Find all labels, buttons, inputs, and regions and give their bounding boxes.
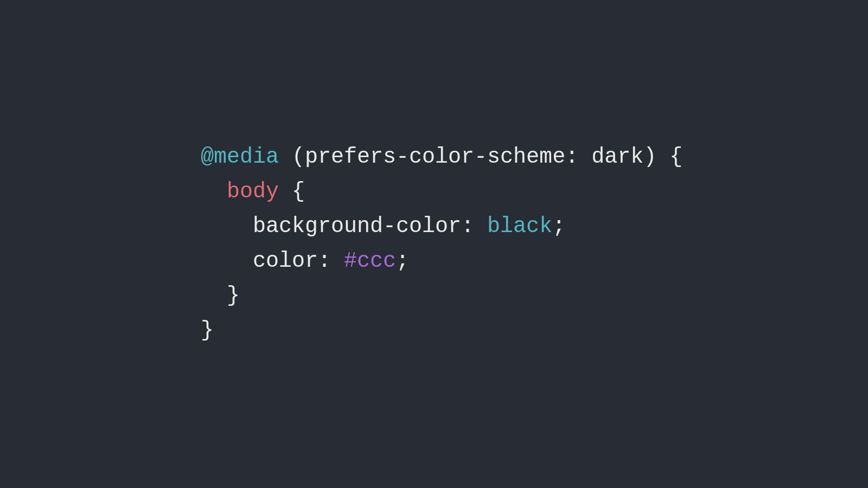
colon: :	[461, 214, 474, 239]
at-rule-keyword: @media	[201, 145, 279, 169]
brace-close: }	[227, 284, 240, 308]
semicolon: ;	[552, 214, 565, 239]
css-property: background-color	[253, 214, 461, 239]
css-code-snippet: @media (prefers-color-scheme: dark) { bo…	[201, 140, 682, 348]
brace-close: }	[201, 318, 214, 343]
css-property: color	[253, 249, 318, 273]
colon: :	[318, 249, 331, 273]
css-value-keyword: black	[487, 214, 552, 239]
css-value-hex: #ccc	[344, 249, 396, 273]
space	[656, 145, 669, 169]
space	[279, 179, 292, 204]
space	[279, 145, 292, 169]
space	[474, 214, 487, 239]
brace-open: {	[669, 145, 682, 169]
selector: body	[227, 179, 279, 204]
media-condition: (prefers-color-scheme: dark)	[292, 145, 656, 169]
semicolon: ;	[396, 249, 409, 273]
space	[331, 249, 344, 273]
brace-open: {	[292, 179, 305, 204]
